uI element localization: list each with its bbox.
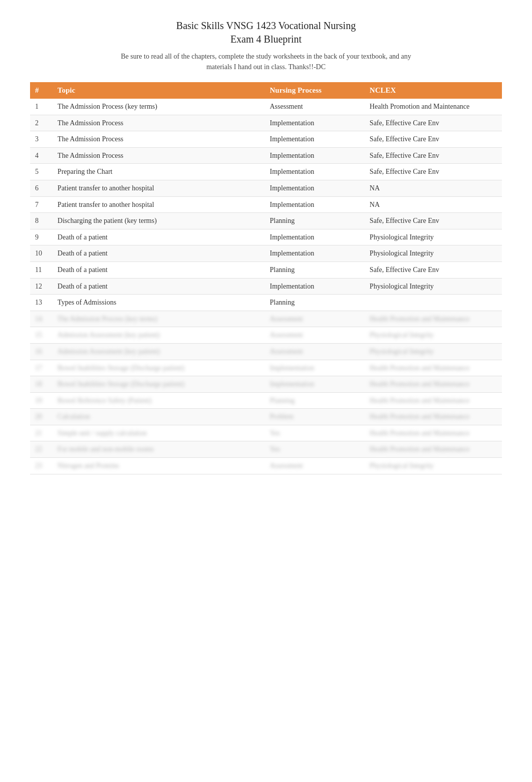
col-header-nclex: NCLEX — [365, 82, 502, 99]
cell-nclex: Safe, Effective Care Env — [365, 115, 502, 131]
cell-topic: Bowel Inabilities Storage (Discharge pat… — [53, 360, 265, 376]
page-note: Be sure to read all of the chapters, com… — [116, 51, 416, 72]
col-header-num: # — [30, 82, 53, 99]
col-header-topic: Topic — [53, 82, 265, 99]
cell-nursing: Planning — [264, 295, 364, 311]
cell-nclex — [365, 295, 502, 311]
cell-num: 4 — [30, 147, 53, 164]
cell-num: 6 — [30, 180, 53, 196]
table-row: 2The Admission ProcessImplementationSafe… — [30, 115, 502, 131]
table-row: 13Types of AdmissionsPlanning — [30, 295, 502, 311]
cell-topic: The Admission Process — [53, 115, 265, 131]
cell-num: 22 — [30, 441, 53, 458]
table-row: 9Death of a patientImplementationPhysiol… — [30, 229, 502, 245]
cell-num: 23 — [30, 458, 53, 474]
table-row: 8Discharging the patient (key terms)Plan… — [30, 213, 502, 229]
cell-num: 17 — [30, 360, 53, 376]
cell-nclex: Physiological Integrity — [365, 278, 502, 295]
cell-nclex: Safe, Effective Care Env — [365, 262, 502, 278]
cell-nursing: Implementation — [264, 376, 364, 393]
cell-nursing: Assessment — [264, 343, 364, 360]
table-row: 15Admission Assessment (key patient)Asse… — [30, 327, 502, 344]
cell-topic: Simple unit / supply calculation — [53, 425, 265, 441]
cell-nursing: Implementation — [264, 196, 364, 213]
cell-nclex: Health Promotion and Maintenance — [365, 392, 502, 409]
cell-topic: Patient transfer to another hospital — [53, 180, 265, 196]
table-row: 14The Admission Process (key terms)Asses… — [30, 311, 502, 327]
table-row: 1The Admission Process (key terms)Assess… — [30, 99, 502, 115]
cell-nclex: Health Promotion and Maintenance — [365, 409, 502, 425]
cell-topic: The Admission Process (key terms) — [53, 99, 265, 115]
cell-nclex: Physiological Integrity — [365, 327, 502, 344]
cell-nclex: Physiological Integrity — [365, 343, 502, 360]
cell-nursing: Implementation — [264, 164, 364, 180]
cell-nursing: Planning — [264, 262, 364, 278]
table-header-row: # Topic Nursing Process NCLEX — [30, 82, 502, 99]
cell-topic: The Admission Process — [53, 131, 265, 148]
cell-topic: Admission Assessment (key patient) — [53, 327, 265, 344]
cell-nclex: NA — [365, 180, 502, 196]
cell-num: 14 — [30, 311, 53, 327]
table-row: 23Nitrogen and ProteinsAssessmentPhysiol… — [30, 458, 502, 474]
table-row: 11Death of a patientPlanningSafe, Effect… — [30, 262, 502, 278]
cell-nclex: Safe, Effective Care Env — [365, 213, 502, 229]
cell-nursing: Assessment — [264, 327, 364, 344]
cell-nursing: Implementation — [264, 115, 364, 131]
cell-nursing: Implementation — [264, 131, 364, 148]
table-row: 7Patient transfer to another hospitalImp… — [30, 196, 502, 213]
cell-nclex: Health Promotion and Maintenance — [365, 311, 502, 327]
cell-nursing: Planning — [264, 213, 364, 229]
page-title-line2: Exam 4 Blueprint — [30, 34, 502, 45]
table-row: 5Preparing the ChartImplementationSafe, … — [30, 164, 502, 180]
cell-num: 15 — [30, 327, 53, 344]
cell-num: 12 — [30, 278, 53, 295]
table-row: 12Death of a patientImplementationPhysio… — [30, 278, 502, 295]
table-row: 10Death of a patientImplementationPhysio… — [30, 245, 502, 262]
cell-nursing: Assessment — [264, 311, 364, 327]
cell-num: 8 — [30, 213, 53, 229]
page-header: Basic Skills VNSG 1423 Vocational Nursin… — [30, 20, 502, 72]
cell-topic: For mobile and non-mobile rooms — [53, 441, 265, 458]
cell-nursing: Yes — [264, 441, 364, 458]
cell-num: 16 — [30, 343, 53, 360]
cell-topic: Preparing the Chart — [53, 164, 265, 180]
cell-nursing: Implementation — [264, 180, 364, 196]
cell-num: 2 — [30, 115, 53, 131]
cell-nclex: Health Promotion and Maintenance — [365, 99, 502, 115]
table-row: 22For mobile and non-mobile roomsYesHeal… — [30, 441, 502, 458]
cell-nclex: Health Promotion and Maintenance — [365, 376, 502, 393]
cell-topic: Death of a patient — [53, 229, 265, 245]
cell-topic: Nitrogen and Proteins — [53, 458, 265, 474]
table-row: 6Patient transfer to another hospitalImp… — [30, 180, 502, 196]
cell-nursing: Implementation — [264, 147, 364, 164]
cell-num: 10 — [30, 245, 53, 262]
cell-nclex: Safe, Effective Care Env — [365, 131, 502, 148]
cell-nclex: Health Promotion and Maintenance — [365, 441, 502, 458]
page-title-line1: Basic Skills VNSG 1423 Vocational Nursin… — [30, 20, 502, 32]
cell-topic: Admission Assessment (key patient) — [53, 343, 265, 360]
cell-num: 19 — [30, 392, 53, 409]
cell-nursing: Implementation — [264, 278, 364, 295]
cell-topic: Bowel Reference Safety (Patient) — [53, 392, 265, 409]
cell-nclex: Health Promotion and Maintenance — [365, 360, 502, 376]
cell-topic: Discharging the patient (key terms) — [53, 213, 265, 229]
cell-num: 21 — [30, 425, 53, 441]
col-header-nursing: Nursing Process — [264, 82, 364, 99]
table-row: 21Simple unit / supply calculationYesHea… — [30, 425, 502, 441]
cell-num: 5 — [30, 164, 53, 180]
cell-topic: Calculation — [53, 409, 265, 425]
cell-num: 7 — [30, 196, 53, 213]
cell-nclex: Safe, Effective Care Env — [365, 164, 502, 180]
cell-nursing: Problem — [264, 409, 364, 425]
cell-num: 9 — [30, 229, 53, 245]
table-row: 4The Admission ProcessImplementationSafe… — [30, 147, 502, 164]
cell-topic: Death of a patient — [53, 278, 265, 295]
cell-num: 13 — [30, 295, 53, 311]
cell-nursing: Implementation — [264, 229, 364, 245]
cell-num: 20 — [30, 409, 53, 425]
cell-nclex: Safe, Effective Care Env — [365, 147, 502, 164]
cell-nursing: Assessment — [264, 458, 364, 474]
table-row: 20CalculationProblemHealth Promotion and… — [30, 409, 502, 425]
cell-nursing: Implementation — [264, 245, 364, 262]
cell-num: 18 — [30, 376, 53, 393]
